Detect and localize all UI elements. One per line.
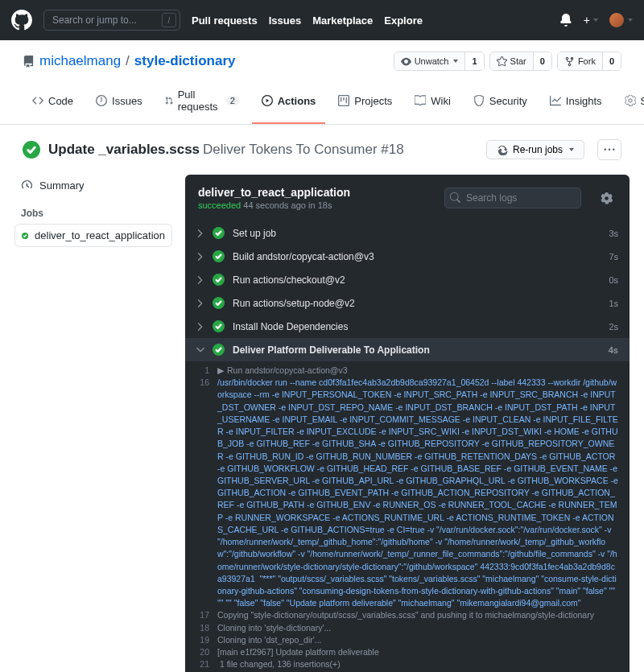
top-nav: Pull requests Issues Marketplace Explore bbox=[192, 14, 423, 27]
nav-explore[interactable]: Explore bbox=[384, 14, 423, 27]
step-row[interactable]: Deliver Platform Deliverable To Applicat… bbox=[185, 338, 630, 361]
repo-header: michaelmang / style-dictionary Unwatch1 … bbox=[0, 40, 644, 125]
tab-projects[interactable]: Projects bbox=[328, 82, 402, 124]
step-row[interactable]: Install Node Dependencies2s bbox=[185, 315, 630, 338]
chevron-right-icon bbox=[196, 229, 204, 237]
job-meta: succeeded 44 seconds ago in 18s bbox=[198, 200, 350, 210]
repo-tabs: Code Issues Pull requests2 Actions Proje… bbox=[23, 82, 621, 124]
svg-point-3 bbox=[613, 149, 614, 150]
success-check-icon bbox=[23, 141, 40, 159]
run-title: Update _variables.scss bbox=[48, 142, 200, 157]
step-name: Run actions/checkout@v2 bbox=[233, 274, 601, 286]
log-search-input[interactable] bbox=[444, 188, 581, 208]
workflow-run-header: Update _variables.scss Deliver Tokens To… bbox=[0, 125, 644, 175]
gear-icon bbox=[601, 192, 613, 204]
success-check-icon bbox=[213, 250, 225, 262]
job-title: deliver_to_react_application bbox=[198, 186, 350, 199]
step-name: Install Node Dependencies bbox=[233, 321, 601, 332]
star-icon bbox=[497, 56, 507, 67]
search-input[interactable] bbox=[43, 10, 180, 31]
repo-owner-link[interactable]: michaelmang bbox=[39, 53, 121, 69]
tab-security[interactable]: Security bbox=[464, 82, 537, 124]
sync-icon bbox=[497, 144, 508, 155]
fork-count: 0 bbox=[602, 52, 621, 70]
global-header: / Pull requests Issues Marketplace Explo… bbox=[0, 0, 644, 40]
rerun-jobs-button[interactable]: Re-run jobs bbox=[486, 140, 584, 159]
repo-name-link[interactable]: style-dictionary bbox=[134, 53, 236, 69]
step-row[interactable]: Build andstor/copycat-action@v37s bbox=[185, 245, 630, 268]
chevron-right-icon bbox=[196, 276, 204, 284]
chevron-right-icon bbox=[196, 346, 204, 354]
run-sidebar: Summary Jobs deliver_to_react_applicatio… bbox=[14, 175, 172, 247]
star-button[interactable]: Star0 bbox=[489, 52, 552, 71]
notifications-icon[interactable] bbox=[559, 14, 572, 27]
fork-icon bbox=[564, 56, 575, 67]
success-check-icon bbox=[213, 227, 225, 239]
meter-icon bbox=[21, 179, 33, 192]
repo-title: michaelmang / style-dictionary bbox=[23, 53, 236, 69]
nav-pull-requests[interactable]: Pull requests bbox=[192, 14, 258, 27]
fork-button[interactable]: Fork0 bbox=[557, 52, 621, 71]
sidebar-job-item[interactable]: deliver_to_react_application bbox=[14, 224, 172, 247]
step-name: Set up job bbox=[233, 228, 601, 239]
eye-icon bbox=[401, 56, 411, 67]
tab-settings[interactable]: Settings bbox=[615, 82, 644, 124]
log-search bbox=[444, 188, 581, 208]
log-settings-button[interactable] bbox=[596, 188, 617, 208]
tab-wiki[interactable]: Wiki bbox=[405, 82, 460, 124]
repo-icon bbox=[23, 56, 35, 68]
pr-count: 2 bbox=[226, 96, 239, 105]
step-duration: 4s bbox=[609, 345, 618, 355]
log-panel: deliver_to_react_application succeeded 4… bbox=[185, 175, 630, 672]
step-name: Build andstor/copycat-action@v3 bbox=[233, 251, 601, 262]
step-duration: 1s bbox=[609, 299, 618, 308]
kebab-icon bbox=[604, 148, 615, 151]
success-check-icon bbox=[213, 274, 225, 286]
step-name: Deliver Platform Deliverable To Applicat… bbox=[233, 344, 601, 356]
step-duration: 7s bbox=[609, 252, 618, 262]
chevron-right-icon bbox=[196, 253, 204, 261]
log-panel-header: deliver_to_react_application succeeded 4… bbox=[185, 175, 630, 221]
success-check-icon bbox=[213, 297, 225, 309]
chevron-right-icon bbox=[196, 299, 204, 307]
success-check-icon bbox=[213, 320, 225, 332]
chevron-right-icon bbox=[196, 323, 204, 331]
watch-button[interactable]: Unwatch1 bbox=[394, 52, 485, 71]
nav-issues[interactable]: Issues bbox=[269, 14, 301, 27]
avatar bbox=[609, 13, 624, 27]
step-row[interactable]: Run actions/setup-node@v21s bbox=[185, 291, 630, 315]
tab-insights[interactable]: Insights bbox=[540, 82, 612, 124]
star-count: 0 bbox=[533, 52, 551, 70]
svg-point-2 bbox=[609, 149, 610, 150]
github-logo-icon[interactable] bbox=[11, 10, 32, 31]
search-icon bbox=[450, 192, 460, 203]
watch-count: 1 bbox=[464, 52, 483, 70]
global-search: / bbox=[43, 10, 180, 31]
sidebar-jobs-header: Jobs bbox=[14, 196, 172, 224]
step-row[interactable]: Run actions/checkout@v20s bbox=[185, 268, 630, 291]
success-check-icon bbox=[22, 230, 28, 241]
user-menu[interactable] bbox=[609, 13, 633, 27]
success-check-icon bbox=[213, 344, 225, 356]
run-subtitle: Deliver Tokens To Consumer #18 bbox=[203, 142, 404, 157]
more-options-button[interactable] bbox=[597, 139, 621, 160]
step-duration: 3s bbox=[609, 229, 618, 238]
slash-key-hint: / bbox=[162, 13, 176, 27]
svg-point-1 bbox=[605, 149, 606, 150]
nav-marketplace[interactable]: Marketplace bbox=[312, 14, 373, 27]
step-duration: 2s bbox=[609, 322, 618, 332]
step-name: Run actions/setup-node@v2 bbox=[233, 298, 601, 309]
step-duration: 0s bbox=[609, 275, 618, 285]
log-output: 1▶Run andstor/copycat-action@v316/usr/bi… bbox=[185, 361, 630, 672]
tab-code[interactable]: Code bbox=[23, 82, 83, 124]
create-new-dropdown[interactable]: + bbox=[584, 14, 598, 27]
tab-actions[interactable]: Actions bbox=[252, 82, 326, 124]
step-row[interactable]: Set up job3s bbox=[185, 221, 630, 245]
tab-pull-requests[interactable]: Pull requests2 bbox=[155, 82, 249, 124]
sidebar-summary[interactable]: Summary bbox=[14, 175, 172, 196]
tab-issues[interactable]: Issues bbox=[86, 82, 152, 124]
